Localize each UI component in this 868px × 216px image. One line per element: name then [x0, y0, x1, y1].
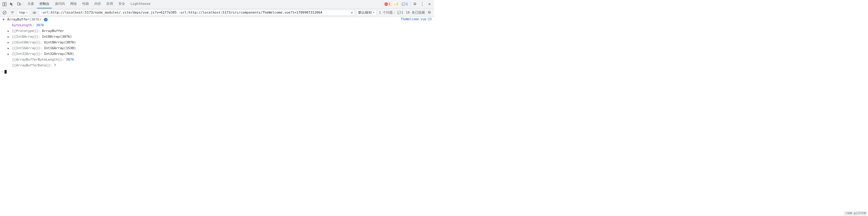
expand-gutter-int32[interactable]: ▶ — [6, 52, 11, 56]
svg-rect-1 — [5, 2, 6, 6]
error-icon: ⛔ — [384, 2, 388, 6]
root-size-paren: (3076) — [29, 18, 41, 21]
tab-elements[interactable]: 元素 — [25, 0, 36, 8]
expand-arrow-int32: ▶ — [7, 52, 9, 56]
abbl-value: 3076 — [66, 58, 74, 61]
message-icon-small: 💬 — [397, 11, 401, 14]
prop-arraybuffer-bytelength: [[ArrayBufferByteLength]]: 3076 — [0, 57, 434, 63]
toolbar-separator-1 — [24, 2, 24, 7]
tab-application[interactable]: 应用 — [104, 0, 116, 8]
prop-prototype: ▶ [[Prototype]]: ArrayBuffer — [0, 28, 434, 34]
tab-security[interactable]: 安全 — [116, 0, 127, 8]
eye-btn[interactable] — [31, 9, 38, 16]
console-settings-btn[interactable] — [426, 9, 433, 16]
expand-arrow-down: ▼ — [3, 17, 4, 22]
hidden-count: 10 条已隐藏 — [406, 10, 425, 15]
filter-url-text: -url:http://localhost:5173/node_modules/… — [41, 10, 351, 15]
prop-bytelength: byteLength: 3076 — [0, 23, 434, 28]
dock-icon-btn[interactable] — [1, 1, 8, 7]
int8array-value: Int8Array(3076) — [42, 35, 72, 38]
prop-bytelength-content: byteLength: 3076 — [11, 23, 434, 28]
console-toolbar: top ▾ -url:http://localhost:5173/node_mo… — [0, 8, 434, 17]
svg-rect-2 — [18, 2, 19, 5]
console-filter-bar: -url:http://localhost:5173/node_modules/… — [39, 10, 355, 16]
expand-gutter[interactable]: ▼ — [1, 17, 6, 22]
expand-arrow-uint8: ▶ — [7, 40, 9, 45]
int16array-value: Int16Array(1538) — [44, 46, 76, 50]
context-selector[interactable]: top ▾ — [17, 10, 30, 16]
inspect-element-btn[interactable] — [8, 1, 15, 7]
tab-performance[interactable]: 性能 — [80, 0, 91, 8]
context-label: top — [19, 10, 25, 15]
more-icon: ⋮ — [420, 2, 425, 7]
toolbar-separator-2 — [410, 2, 410, 7]
message-badge[interactable]: 💬 1 — [401, 2, 409, 6]
expand-arrow-int8: ▶ — [7, 34, 9, 39]
uint8array-value: Uint8Array(3076) — [44, 40, 76, 44]
info-icon[interactable]: i — [44, 18, 48, 21]
level-label: 默认级别 — [358, 10, 372, 15]
prop-int32array-content: [[Int32Array]]: Int32Array(769) — [11, 52, 434, 56]
svg-point-10 — [34, 12, 35, 13]
prop-arraybuffer-data: [[ArrayBufferData]]: 7 — [0, 63, 434, 69]
close-icon: ✕ — [428, 2, 431, 6]
warning-badge[interactable]: ⚠ 2 — [393, 2, 399, 6]
chevron-down-icon: ▾ — [26, 11, 28, 14]
top-toolbar: 元素 控制台 源代码 网络 性能 内存 应用 安全 Lighthouse ⛔ 1… — [0, 0, 434, 8]
tab-sources[interactable]: 源代码 — [53, 0, 67, 8]
prop-prototype-content: [[Prototype]]: ArrayBuffer — [11, 29, 434, 33]
expand-gutter-uint8[interactable]: ▶ — [6, 40, 11, 45]
expand-gutter-int16[interactable]: ▶ — [6, 46, 11, 51]
device-toggle-btn[interactable] — [16, 1, 22, 7]
console-output: TheWelcome.vue:13 ▼ ArrayBuffer(3076) i … — [0, 17, 434, 108]
level-chevron-icon: ▾ — [373, 11, 374, 14]
prop-int8array: ▶ [[Int8Array]]: Int8Array(3076) — [0, 34, 434, 40]
issues-count[interactable]: 💬 1 — [397, 10, 404, 15]
root-type-label: ArrayBuffer — [7, 18, 29, 21]
abd-value: 7 — [54, 63, 56, 67]
tab-memory[interactable]: 内存 — [92, 0, 103, 8]
prop-uint8array-content: [[Uint8Array]]: Uint8Array(3076) — [11, 40, 434, 45]
tab-console[interactable]: 控制台 — [37, 0, 52, 8]
filter-toggle-btn[interactable] — [9, 9, 16, 16]
issues-label: 1 个问题： — [379, 10, 396, 15]
svg-rect-3 — [20, 3, 21, 5]
message-icon: 💬 — [402, 2, 405, 6]
expand-arrow-proto: ▶ — [7, 29, 9, 33]
warning-icon: ⚠ — [394, 2, 396, 6]
close-btn[interactable]: ✕ — [426, 1, 433, 7]
prototype-value: ArrayBuffer — [42, 29, 64, 33]
arraybuffer-root-line: ▼ ArrayBuffer(3076) i — [0, 17, 434, 23]
log-level-selector[interactable]: 默认级别 ▾ — [356, 10, 376, 16]
svg-rect-0 — [3, 2, 4, 6]
source-link[interactable]: TheWelcome.vue:13 — [401, 18, 432, 21]
clear-filter-btn[interactable]: ✕ — [351, 10, 353, 15]
issues-section: 1 个问题： 💬 1 — [378, 10, 404, 15]
expand-gutter-proto[interactable]: ▶ — [6, 29, 11, 33]
svg-line-5 — [3, 11, 6, 14]
expand-arrow-int16: ▶ — [7, 46, 9, 51]
prop-int32array: ▶ [[Int32Array]]: Int32Array(769) — [0, 51, 434, 57]
bytelength-value: 3076 — [36, 23, 44, 27]
root-content: ArrayBuffer(3076) i — [6, 17, 434, 22]
int32array-value: Int32Array(769) — [44, 52, 74, 56]
prompt-symbol: › — [1, 70, 3, 74]
tab-network[interactable]: 网络 — [68, 0, 79, 8]
error-badge[interactable]: ⛔ 1 — [383, 2, 392, 6]
cursor — [4, 70, 7, 74]
bytelength-key: byteLength — [12, 23, 32, 27]
prop-int8array-content: [[Int8Array]]: Int8Array(3076) — [11, 34, 434, 39]
settings-btn[interactable] — [412, 1, 418, 7]
tab-lighthouse[interactable]: Lighthouse — [128, 0, 153, 8]
more-btn[interactable]: ⋮ — [419, 1, 426, 7]
prop-int16array: ▶ [[Int16Array]]: Int16Array(1538) — [0, 46, 434, 51]
prop-uint8array: ▶ [[Uint8Array]]: Uint8Array(3076) — [0, 40, 434, 46]
expand-gutter-int8[interactable]: ▶ — [6, 34, 11, 39]
prop-abd-content: [[ArrayBufferData]]: 7 — [11, 63, 434, 68]
clear-console-btn[interactable] — [1, 9, 8, 16]
prop-abbl-content: [[ArrayBufferByteLength]]: 3076 — [11, 57, 434, 62]
prop-int16array-content: [[Int16Array]]: Int16Array(1538) — [11, 46, 434, 51]
console-input-line: › — [0, 69, 434, 74]
